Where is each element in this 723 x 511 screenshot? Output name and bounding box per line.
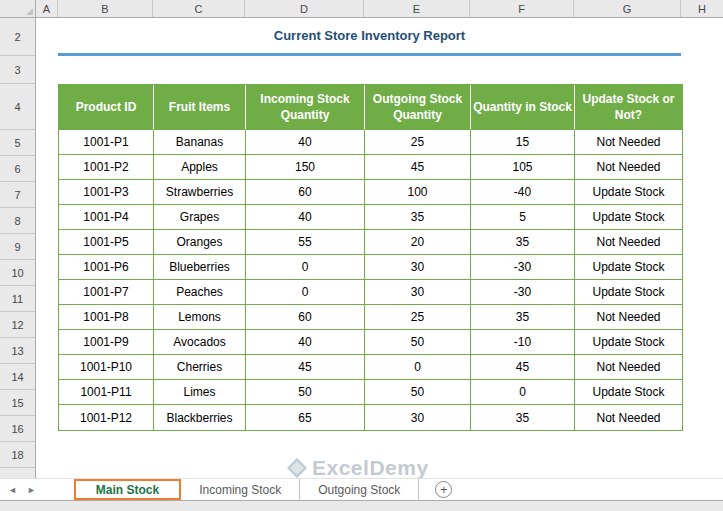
cell[interactable]: Update Stock [575, 330, 682, 355]
column-header-B[interactable]: B [58, 0, 153, 17]
col-header-product-id[interactable]: Product ID [59, 85, 154, 130]
cell[interactable]: Apples [154, 155, 246, 180]
column-header-E[interactable]: E [364, 0, 470, 17]
row-header[interactable]: 8 [0, 208, 35, 234]
cell[interactable]: Update Stock [575, 380, 682, 405]
cell[interactable]: 1001-P10 [59, 355, 154, 380]
cell[interactable]: 30 [365, 280, 471, 305]
cell[interactable]: Cherries [154, 355, 246, 380]
cell[interactable]: Not Needed [575, 355, 682, 380]
row-header[interactable]: 2 [0, 18, 35, 56]
cell[interactable]: Lemons [154, 305, 246, 330]
cell[interactable]: 35 [471, 405, 575, 430]
row-header[interactable]: 13 [0, 338, 35, 364]
cell[interactable]: 30 [365, 405, 471, 430]
row-header[interactable]: 18 [0, 442, 35, 468]
col-header-update-stock[interactable]: Update Stock or Not? [575, 85, 682, 130]
cell[interactable]: Blackberries [154, 405, 246, 430]
cell[interactable]: -30 [471, 280, 575, 305]
cell[interactable]: 60 [246, 180, 365, 205]
cell[interactable]: 1001-P8 [59, 305, 154, 330]
sheet-tab-main-stock[interactable]: Main Stock [74, 479, 181, 500]
cell[interactable]: 50 [365, 330, 471, 355]
cell[interactable]: Not Needed [575, 130, 682, 155]
cell[interactable]: Bananas [154, 130, 246, 155]
row-header[interactable]: 4 [0, 84, 35, 130]
cell[interactable]: 60 [246, 305, 365, 330]
cell[interactable]: Update Stock [575, 280, 682, 305]
cell[interactable]: -30 [471, 255, 575, 280]
cell[interactable]: 0 [246, 280, 365, 305]
report-title-cell[interactable]: Current Store Inventory Report [58, 18, 681, 56]
column-header-G[interactable]: G [574, 0, 681, 17]
row-header[interactable]: 9 [0, 234, 35, 260]
cell[interactable]: 40 [246, 205, 365, 230]
row-header[interactable]: 10 [0, 260, 35, 286]
cell[interactable]: 0 [246, 255, 365, 280]
cell[interactable]: -40 [471, 180, 575, 205]
row-header[interactable]: 14 [0, 364, 35, 390]
col-header-incoming-stock[interactable]: Incoming Stock Quantity [246, 85, 365, 130]
cell[interactable]: 65 [246, 405, 365, 430]
cell[interactable]: Update Stock [575, 255, 682, 280]
select-all-corner[interactable] [0, 0, 36, 17]
cell[interactable]: 20 [365, 230, 471, 255]
cell[interactable]: -10 [471, 330, 575, 355]
cell[interactable]: 55 [246, 230, 365, 255]
cell[interactable]: 0 [471, 380, 575, 405]
column-header-C[interactable]: C [153, 0, 245, 17]
row-header[interactable]: 15 [0, 390, 35, 416]
row-header[interactable]: 5 [0, 130, 35, 156]
column-header-F[interactable]: F [470, 0, 574, 17]
cell[interactable]: 1001-P1 [59, 130, 154, 155]
row-header[interactable]: 6 [0, 156, 35, 182]
cell[interactable]: 50 [246, 380, 365, 405]
cell[interactable]: 100 [365, 180, 471, 205]
column-header-H[interactable]: H [681, 0, 723, 17]
cell[interactable]: 1001-P6 [59, 255, 154, 280]
cell[interactable]: 1001-P12 [59, 405, 154, 430]
cell[interactable]: 5 [471, 205, 575, 230]
cell[interactable]: Update Stock [575, 180, 682, 205]
cell[interactable]: 1001-P3 [59, 180, 154, 205]
cell[interactable]: 35 [471, 230, 575, 255]
cell[interactable]: 50 [365, 380, 471, 405]
cell[interactable]: 40 [246, 130, 365, 155]
cell[interactable]: 40 [246, 330, 365, 355]
cell[interactable]: 35 [365, 205, 471, 230]
column-header-D[interactable]: D [245, 0, 364, 17]
cell[interactable]: 1001-P9 [59, 330, 154, 355]
cell[interactable]: Peaches [154, 280, 246, 305]
cell[interactable]: 15 [471, 130, 575, 155]
cell[interactable]: 1001-P11 [59, 380, 154, 405]
cell[interactable]: Oranges [154, 230, 246, 255]
cell[interactable]: 25 [365, 305, 471, 330]
cell[interactable]: Not Needed [575, 230, 682, 255]
col-header-quantity-in-stock[interactable]: Quantity in Stock [471, 85, 575, 130]
cell[interactable]: Strawberries [154, 180, 246, 205]
cell[interactable]: 30 [365, 255, 471, 280]
cell[interactable]: 35 [471, 305, 575, 330]
cell[interactable]: 0 [365, 355, 471, 380]
cell[interactable]: 1001-P4 [59, 205, 154, 230]
cell[interactable]: 1001-P2 [59, 155, 154, 180]
sheet-tab-incoming-stock[interactable]: Incoming Stock [181, 479, 300, 500]
cell[interactable]: 150 [246, 155, 365, 180]
column-header-A[interactable]: A [36, 0, 58, 17]
row-header[interactable]: 7 [0, 182, 35, 208]
cell[interactable]: Update Stock [575, 205, 682, 230]
cell[interactable]: Blueberries [154, 255, 246, 280]
new-sheet-button[interactable]: + [435, 481, 452, 498]
sheet-nav-right-icon[interactable]: ► [27, 485, 36, 495]
sheet-nav-left-icon[interactable]: ◄ [8, 485, 17, 495]
cell[interactable]: Avocados [154, 330, 246, 355]
col-header-fruit-items[interactable]: Fruit Items [154, 85, 246, 130]
col-header-outgoing-stock[interactable]: Outgoing Stock Quantity [365, 85, 471, 130]
cell[interactable]: 45 [246, 355, 365, 380]
cell[interactable]: 1001-P7 [59, 280, 154, 305]
sheet-tab-outgoing-stock[interactable]: Outgoing Stock [300, 479, 419, 500]
cell[interactable]: 1001-P5 [59, 230, 154, 255]
cell[interactable]: 45 [471, 355, 575, 380]
cell[interactable]: Not Needed [575, 305, 682, 330]
cell[interactable]: Not Needed [575, 405, 682, 430]
